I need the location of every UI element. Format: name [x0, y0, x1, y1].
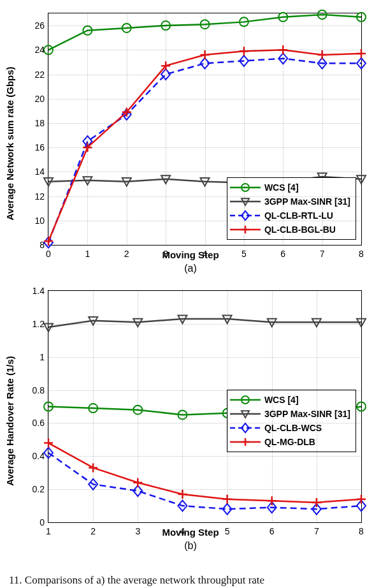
tick-y: 1.4	[32, 286, 45, 296]
chart-a: Average Network sum rate (Gbps) WCS [4]3…	[13, 6, 368, 281]
tick-y: 1	[40, 352, 45, 362]
legend-label: QL-CLB-BGL-BU	[264, 224, 336, 235]
chart-b: Average Handover Rate (1/s) WCS [4]3GPP …	[13, 284, 368, 558]
tick-x: 6	[280, 249, 285, 259]
tick-x: 5	[225, 526, 230, 536]
tick-y: 0.6	[32, 418, 45, 428]
legend-swatch	[230, 436, 261, 448]
tick-y: 26	[34, 20, 45, 31]
legend-row: WCS [4]	[230, 393, 350, 407]
legend-swatch	[230, 224, 261, 235]
tick-y: 0.2	[32, 484, 45, 494]
legend-row: WCS [4]	[230, 180, 350, 195]
legend-label: QL-CLB-WCS	[264, 423, 322, 433]
tick-x: 1	[46, 526, 51, 536]
tick-y: 16	[34, 142, 45, 152]
tick-x: 7	[314, 526, 319, 536]
chart-b-xlabel: Moving Step	[162, 527, 219, 538]
legend-label: WCS [4]	[264, 182, 299, 193]
tick-y: 12	[34, 191, 45, 202]
tick-x: 2	[124, 249, 129, 259]
tick-y: 0	[40, 517, 45, 527]
legend-swatch	[230, 408, 261, 420]
legend-swatch	[230, 394, 261, 406]
tick-x: 5	[241, 249, 247, 259]
chart-a-legend: WCS [4]3GPP Max-SINR [31]QL-CLB-RTL-LUQL…	[227, 177, 356, 240]
tick-y: 24	[34, 45, 45, 55]
legend-swatch	[230, 196, 261, 207]
chart-a-ylabel: Average Network sum rate (Gbps)	[4, 66, 15, 220]
legend-swatch	[230, 422, 261, 434]
chart-b-plot-area: WCS [4]3GPP Max-SINR [31]QL-CLB-WCSQL-MG…	[48, 290, 362, 523]
chart-b-subcaption: (b)	[184, 540, 197, 552]
tick-y: 1.2	[32, 319, 45, 329]
legend-row: QL-CLB-BGL-BU	[230, 223, 350, 237]
legend-swatch	[230, 210, 261, 221]
legend-row: QL-MG-DLB	[230, 435, 350, 449]
chart-b-ylabel: Average Handover Rate (1/s)	[4, 356, 15, 486]
legend-label: 3GPP Max-SINR [31]	[264, 196, 350, 207]
tick-x: 8	[359, 526, 364, 536]
legend-swatch	[230, 182, 261, 193]
tick-y: 8	[40, 240, 45, 250]
tick-y: 14	[34, 166, 45, 177]
tick-y: 20	[34, 94, 45, 104]
chart-a-subcaption: (a)	[184, 263, 197, 274]
legend-label: 3GPP Max-SINR [31]	[264, 409, 350, 419]
chart-a-plot-area: WCS [4]3GPP Max-SINR [31]QL-CLB-RTL-LUQL…	[48, 13, 362, 246]
tick-y: 0.4	[32, 451, 45, 461]
tick-y: 0.8	[32, 385, 45, 395]
tick-y: 22	[34, 70, 45, 80]
tick-x: 7	[320, 249, 325, 259]
chart-b-legend: WCS [4]3GPP Max-SINR [31]QL-CLB-WCSQL-MG…	[227, 390, 356, 452]
tick-x: 2	[90, 526, 96, 536]
tick-x: 0	[46, 249, 51, 259]
tick-y: 10	[34, 216, 45, 226]
tick-y: 18	[34, 118, 45, 128]
tick-x: 8	[359, 249, 364, 259]
tick-x: 6	[270, 526, 275, 536]
legend-label: QL-CLB-RTL-LU	[264, 210, 333, 221]
tick-x: 1	[85, 249, 90, 259]
legend-row: 3GPP Max-SINR [31]	[230, 407, 350, 421]
tick-x: 3	[135, 526, 140, 536]
chart-a-xlabel: Moving Step	[162, 249, 219, 260]
caption-fragment: 11. Comparisons of a) the average networ…	[0, 574, 264, 587]
legend-label: WCS [4]	[264, 395, 299, 405]
